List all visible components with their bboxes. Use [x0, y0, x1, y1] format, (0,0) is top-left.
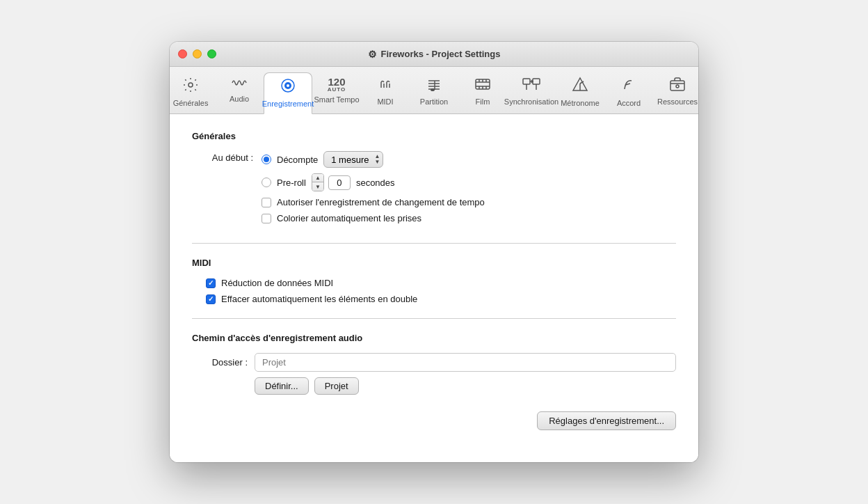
section-generales: Générales Au début : Décompte 1 mesure ▲	[192, 131, 676, 229]
ressources-tab-label: Ressources	[657, 97, 698, 106]
window-controls	[178, 49, 216, 58]
midi-icon	[377, 77, 394, 95]
audio-tab-label: Audio	[230, 95, 249, 103]
dossier-row: Dossier :	[192, 353, 676, 372]
titlebar: ⚙ Fireworks - Project Settings	[170, 42, 698, 67]
decompte-label: Décompte	[277, 155, 318, 165]
checkbox-colorier-row: Colorier automatiquement les prises	[262, 213, 676, 223]
metronome-icon	[572, 77, 588, 96]
accord-icon	[620, 77, 637, 96]
projet-button[interactable]: Projet	[314, 377, 359, 395]
preroll-label: Pre-roll	[277, 178, 306, 188]
mesure-value: 1 mesure	[331, 155, 369, 165]
tab-accord[interactable]: Accord	[604, 72, 653, 113]
checkbox-effacer-row: Effacer automatiquement les éléments en …	[206, 294, 676, 304]
svg-rect-16	[533, 79, 540, 84]
checkbox-tempo-row: Autoriser l'enregistrement de changement…	[262, 197, 676, 207]
midi-section-title: MIDI	[192, 258, 676, 268]
tab-ressources[interactable]: Ressources	[653, 72, 698, 113]
preroll-arrows: ▲ ▼	[312, 173, 324, 191]
au-debut-controls: Décompte 1 mesure ▲ ▼ Pre-roll	[262, 151, 676, 229]
checkbox-colorier[interactable]	[262, 214, 271, 223]
smart-tempo-tab-label: Smart Tempo	[314, 95, 359, 104]
midi-controls: Réduction de données MIDI Effacer automa…	[192, 278, 676, 304]
accord-tab-label: Accord	[617, 99, 641, 107]
tab-partition[interactable]: Partition	[410, 72, 458, 113]
audio-path-section-title: Chemin d'accès d'enregistrement audio	[192, 333, 676, 343]
enregistrement-tab-label: Enregistrement	[262, 100, 314, 108]
audio-path-buttons: Définir... Projet	[255, 377, 676, 395]
generales-section-title: Générales	[192, 131, 676, 141]
preroll-row: Pre-roll ▲ ▼ 0 secondes	[262, 173, 676, 191]
au-debut-group: Au début : Décompte 1 mesure ▲ ▼	[192, 151, 676, 229]
svg-point-25	[676, 85, 679, 88]
tab-synchronisation[interactable]: Synchronisation	[507, 72, 556, 113]
synchronisation-tab-label: Synchronisation	[504, 97, 558, 106]
preroll-arrow-up[interactable]: ▲	[312, 174, 323, 182]
section-midi: MIDI Réduction de données MIDI Effacer a…	[192, 258, 676, 304]
tab-smart-tempo[interactable]: 120 AUTO Smart Tempo	[312, 72, 361, 113]
svg-rect-23	[670, 81, 684, 90]
synchronisation-icon	[522, 77, 541, 95]
svg-point-4	[431, 88, 435, 91]
preroll-radio[interactable]	[262, 178, 271, 187]
enregistrement-icon	[280, 77, 296, 97]
ressources-icon	[669, 77, 686, 95]
arrow-down: ▼	[374, 159, 380, 165]
toolbar: Générales Audio Enregistrement	[170, 67, 698, 114]
checkbox-effacer[interactable]	[206, 294, 216, 304]
tab-metronome[interactable]: Métronome	[556, 72, 604, 113]
checkbox-reduction-row: Réduction de données MIDI	[206, 278, 676, 288]
divider-midi-audio	[192, 318, 676, 319]
divider-generales-midi	[192, 243, 676, 244]
checkbox-reduction-label: Réduction de données MIDI	[221, 278, 333, 288]
preroll-group: ▲ ▼ 0	[312, 173, 351, 191]
project-settings-window: ⚙ Fireworks - Project Settings Générales…	[170, 42, 698, 462]
bottom-bar: Réglages d'enregistrement...	[192, 400, 676, 433]
partition-icon	[426, 77, 442, 95]
au-debut-label: Au début :	[192, 151, 262, 163]
decompte-row: Décompte 1 mesure ▲ ▼	[262, 151, 676, 168]
partition-tab-label: Partition	[420, 97, 448, 106]
secondes-label: secondes	[356, 178, 395, 188]
tab-midi[interactable]: MIDI	[361, 72, 410, 113]
audio-icon	[231, 77, 248, 92]
svg-point-3	[287, 84, 289, 87]
window-title: ⚙ Fireworks - Project Settings	[368, 49, 501, 60]
main-content: Générales Au début : Décompte 1 mesure ▲	[170, 114, 698, 462]
film-icon	[474, 77, 491, 95]
title-text: Fireworks - Project Settings	[381, 49, 501, 59]
tab-audio[interactable]: Audio	[215, 72, 264, 113]
definir-button[interactable]: Définir...	[255, 377, 309, 395]
mesure-stepper[interactable]: 1 mesure ▲ ▼	[323, 151, 383, 168]
checkbox-colorier-label: Colorier automatiquement les prises	[277, 213, 421, 223]
smart-tempo-icon: 120 AUTO	[328, 77, 346, 93]
stepper-arrows: ▲ ▼	[374, 154, 380, 165]
tab-generales[interactable]: Générales	[170, 72, 215, 113]
minimize-button[interactable]	[193, 49, 202, 58]
checkbox-tempo-label: Autoriser l'enregistrement de changement…	[277, 197, 485, 207]
svg-rect-15	[523, 79, 530, 84]
section-audio-path: Chemin d'accès d'enregistrement audio Do…	[192, 333, 676, 395]
svg-point-0	[188, 83, 193, 87]
metronome-tab-label: Métronome	[561, 99, 600, 107]
film-tab-label: Film	[476, 97, 490, 106]
dossier-label: Dossier :	[192, 357, 248, 368]
reglages-button[interactable]: Réglages d'enregistrement...	[537, 411, 676, 430]
preroll-arrow-down[interactable]: ▼	[312, 182, 323, 191]
close-button[interactable]	[178, 49, 187, 58]
maximize-button[interactable]	[207, 49, 216, 58]
checkbox-effacer-label: Effacer automatiquement les éléments en …	[221, 294, 417, 304]
checkbox-tempo[interactable]	[262, 198, 271, 207]
generales-icon	[182, 77, 199, 96]
app-icon: ⚙	[368, 49, 377, 60]
generales-tab-label: Générales	[173, 99, 209, 107]
midi-tab-label: MIDI	[377, 97, 393, 106]
dossier-input[interactable]	[255, 353, 676, 372]
preroll-value: 0	[328, 175, 351, 190]
decompte-radio[interactable]	[262, 155, 271, 164]
tab-enregistrement[interactable]: Enregistrement	[264, 72, 312, 114]
radio-dot	[264, 157, 269, 162]
checkbox-reduction[interactable]	[206, 278, 216, 288]
tab-film[interactable]: Film	[458, 72, 507, 113]
